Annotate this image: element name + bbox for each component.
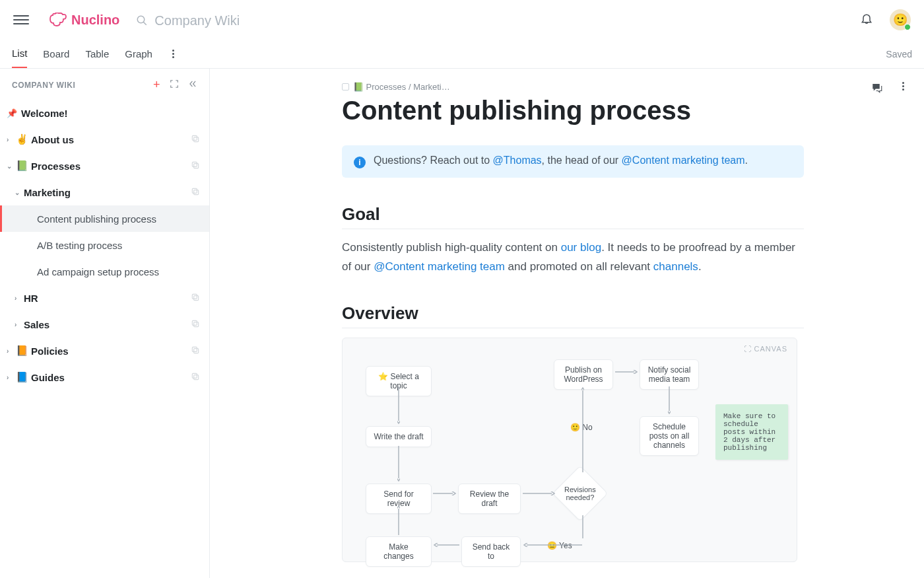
svg-rect-8	[194, 295, 199, 300]
chevron-right-icon: ›	[7, 374, 13, 381]
info-callout: i Questions? Reach out to @Thomas, the h…	[342, 145, 804, 178]
canvas-label: ⛶ CANVAS	[744, 345, 787, 353]
node-review-draft[interactable]: Review the draft	[458, 484, 521, 514]
chevron-down-icon: ⌄	[7, 163, 13, 170]
comments-icon[interactable]	[871, 82, 883, 96]
info-icon: i	[354, 157, 366, 168]
svg-rect-5	[192, 162, 197, 166]
expand-icon[interactable]	[170, 79, 179, 90]
svg-rect-4	[194, 163, 199, 168]
svg-rect-14	[194, 375, 199, 379]
add-page-icon[interactable]: +	[153, 78, 160, 92]
node-schedule[interactable]: Schedule posts on all channels	[640, 416, 699, 456]
copy-icon[interactable]	[191, 187, 200, 198]
sidebar: COMPANY WIKI + 📌 Welcome! › ✌️ About us …	[0, 69, 210, 578]
svg-rect-7	[192, 188, 197, 193]
sidebar-item-welcome[interactable]: 📌 Welcome!	[0, 100, 209, 126]
sidebar-item-ab-testing[interactable]: A/B testing process	[0, 232, 209, 258]
notifications-icon[interactable]	[860, 12, 873, 28]
goal-heading: Goal	[342, 204, 804, 229]
node-send-back[interactable]: Send back to	[461, 536, 521, 567]
link-our-blog[interactable]: our blog	[561, 241, 601, 254]
page-more-icon[interactable]	[898, 82, 908, 96]
sticky-note[interactable]: Make sure to schedule posts within 2 day…	[715, 404, 788, 460]
svg-rect-6	[194, 190, 199, 194]
svg-rect-2	[194, 137, 199, 141]
sidebar-item-sales[interactable]: › Sales	[0, 311, 209, 338]
menu-icon[interactable]	[13, 12, 29, 28]
chevron-right-icon: ›	[7, 347, 13, 355]
copy-icon[interactable]	[191, 345, 200, 357]
sidebar-item-policies[interactable]: › 📙 Policies	[0, 338, 209, 364]
sidebar-item-marketing[interactable]: ⌄ Marketing	[0, 179, 209, 205]
canvas-diagram[interactable]: ⛶ CANVAS ⭐ Select a topic Write the draf…	[342, 338, 797, 562]
link-channels[interactable]: channels	[653, 260, 698, 273]
copy-icon[interactable]	[191, 293, 200, 304]
overview-heading: Overview	[342, 303, 804, 328]
copy-icon[interactable]	[191, 319, 200, 330]
svg-rect-12	[194, 348, 199, 353]
svg-rect-3	[192, 135, 197, 140]
tab-list[interactable]: List	[12, 40, 27, 68]
sidebar-item-guides[interactable]: › 📘 Guides	[0, 364, 209, 390]
sidebar-item-about[interactable]: › ✌️ About us	[0, 126, 209, 153]
app-logo[interactable]: Nuclino	[49, 13, 119, 28]
sidebar-item-processes[interactable]: ⌄ 📗 Processes	[0, 153, 209, 179]
pin-icon: 📌	[7, 108, 17, 118]
node-make-changes[interactable]: Make changes	[366, 536, 432, 567]
node-publish[interactable]: Publish on WordPress	[554, 359, 613, 390]
sidebar-item-ad-campaign[interactable]: Ad campaign setup process	[0, 258, 209, 285]
collapse-sidebar-icon[interactable]	[188, 79, 197, 90]
search-placeholder: Company Wiki	[154, 13, 240, 28]
node-revisions-needed[interactable]: Revisions needed?	[552, 465, 609, 521]
tab-graph[interactable]: Graph	[125, 40, 152, 68]
svg-rect-9	[192, 294, 197, 299]
search-icon	[136, 15, 148, 26]
avatar[interactable]: 🙂	[890, 9, 911, 30]
mention-content-team[interactable]: @Content marketing team	[622, 155, 745, 166]
breadcrumb[interactable]: 📗 Processes / Marketi…	[342, 82, 804, 92]
mention-thomas[interactable]: @Thomas	[493, 155, 542, 166]
app-name: Nuclino	[71, 13, 119, 28]
chevron-right-icon: ›	[15, 295, 21, 302]
sidebar-item-content-publishing[interactable]: Content publishing process	[0, 205, 209, 232]
mention-content-team-2[interactable]: @Content marketing team	[374, 260, 505, 273]
node-notify[interactable]: Notify social media team	[640, 359, 699, 390]
copy-icon[interactable]	[191, 134, 200, 145]
checkbox-icon[interactable]	[342, 83, 349, 90]
sidebar-item-hr[interactable]: › HR	[0, 285, 209, 311]
chevron-down-icon: ⌄	[15, 189, 21, 196]
sidebar-title: COMPANY WIKI	[12, 81, 75, 90]
tab-board[interactable]: Board	[43, 40, 69, 68]
svg-line-1	[144, 22, 147, 25]
page-title: Content publishing process	[342, 96, 804, 126]
tab-more-icon[interactable]	[168, 50, 179, 58]
chevron-right-icon: ›	[7, 136, 13, 143]
brain-icon	[49, 13, 67, 27]
node-write-draft[interactable]: Write the draft	[366, 426, 432, 447]
chevron-right-icon: ›	[15, 321, 21, 328]
search-input[interactable]: Company Wiki	[136, 12, 240, 28]
tab-table[interactable]: Table	[85, 40, 109, 68]
copy-icon[interactable]	[191, 372, 200, 383]
svg-rect-13	[192, 347, 197, 351]
copy-icon[interactable]	[191, 161, 200, 172]
svg-rect-10	[194, 322, 199, 326]
svg-rect-15	[192, 373, 197, 378]
goal-paragraph: Consistently publish high-quality conten…	[342, 238, 804, 277]
svg-point-0	[138, 16, 145, 23]
saved-status: Saved	[886, 49, 912, 59]
svg-rect-11	[192, 320, 197, 325]
